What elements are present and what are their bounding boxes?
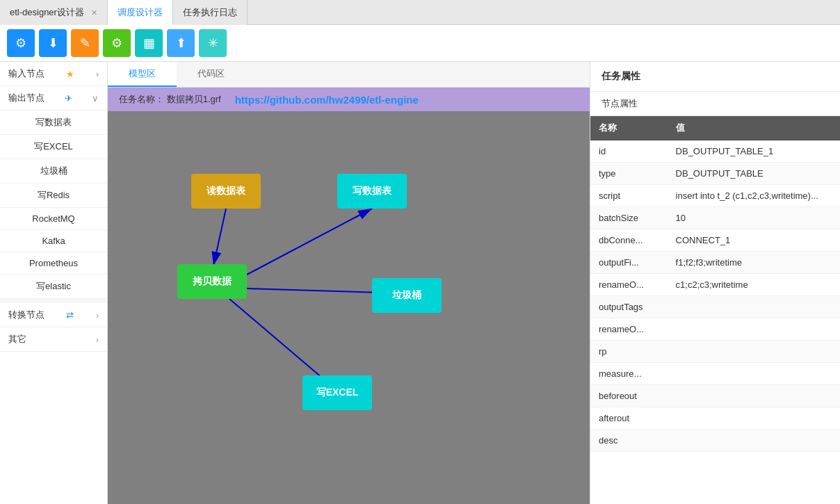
sidebar-item-write-table[interactable]: 写数据表 [0, 111, 107, 135]
transform-section-arrow: › [96, 310, 99, 320]
property-name: renameO... [590, 274, 668, 296]
grid-button[interactable]: ▦ [135, 29, 163, 57]
node-write-excel[interactable]: 写EXCEL [302, 375, 372, 410]
right-panel: 任务属性 节点属性 名称 值 idDB_OUTPUT_TABLE_1typeDB… [590, 62, 840, 504]
tab-task-log[interactable]: 任务执行日志 [173, 0, 248, 25]
property-value [668, 430, 840, 452]
property-value: CONNECT_1 [668, 229, 840, 252]
right-panel-subtitle: 节点属性 [590, 92, 840, 116]
toolbar: ⚙ ⬇ ✎ ⚙ ▦ ⬆ ✳ [0, 25, 840, 62]
property-value [668, 296, 840, 318]
output-section-arrow: ∨ [92, 93, 99, 104]
edit-button[interactable]: ✎ [71, 29, 99, 57]
property-row: outputFi...f1;f2;f3;writetime [590, 252, 840, 274]
property-value: DB_OUTPUT_TABLE [668, 163, 840, 185]
property-name: dbConne... [590, 229, 668, 252]
node-read-table[interactable]: 读数据表 [191, 174, 261, 209]
property-name: rp [590, 341, 668, 363]
other-section-arrow: › [96, 334, 99, 345]
property-row: beforeout [590, 385, 840, 407]
output-section-icon: ✈ [65, 93, 72, 104]
property-row: dbConne...CONNECT_1 [590, 229, 840, 252]
output-section-label: 输出节点 [8, 92, 45, 104]
canvas-tabs: 模型区 代码区 [108, 62, 590, 88]
property-row: renameO...c1;c2;c3;writetime [590, 274, 840, 296]
main-layout: 输入节点 ★ › 输出节点 ✈ ∨ 写数据表 写EXCEL 垃圾桶 写Redis… [0, 62, 840, 504]
property-row: typeDB_OUTPUT_TABLE [590, 163, 840, 185]
input-section-label: 输入节点 [8, 67, 45, 80]
sidebar-item-prometheus[interactable]: Prometheus [0, 252, 107, 275]
property-row: desc [590, 430, 840, 452]
github-link[interactable]: https://github.com/hw2499/etl-engine [235, 94, 419, 106]
prop-col-value: 值 [668, 116, 840, 140]
property-name: type [590, 163, 668, 185]
property-value: DB_OUTPUT_TABLE_1 [668, 140, 840, 163]
property-value: c1;c2;c3;writetime [668, 274, 840, 296]
property-value [668, 385, 840, 407]
node-trash[interactable]: 垃圾桶 [372, 278, 442, 313]
node-copy-data[interactable]: 拷贝数据 [177, 264, 247, 299]
property-row: measure... [590, 363, 840, 385]
other-section-header[interactable]: 其它 › [0, 327, 107, 352]
property-row: rp [590, 341, 840, 363]
canvas-tab-model[interactable]: 模型区 [108, 62, 177, 87]
svg-line-2 [247, 209, 372, 275]
node-write-table[interactable]: 写数据表 [337, 174, 407, 209]
tab-close-icon[interactable]: ✕ [91, 8, 97, 17]
properties-table: 名称 值 idDB_OUTPUT_TABLE_1typeDB_OUTPUT_TA… [590, 116, 840, 452]
canvas-arrows [108, 111, 590, 504]
canvas-header: 任务名称： 数据拷贝1.grf https://github.com/hw249… [108, 88, 590, 111]
property-value: insert into t_2 (c1,c2,c3,writetime)... [668, 185, 840, 207]
input-section-arrow: › [96, 69, 99, 79]
property-value: f1;f2;f3;writetime [668, 252, 840, 274]
input-section-star: ★ [66, 69, 74, 79]
svg-line-1 [213, 209, 226, 266]
sidebar-item-kafka[interactable]: Kafka [0, 230, 107, 252]
property-name: desc [590, 430, 668, 452]
property-name: outputFi... [590, 252, 668, 274]
canvas-tab-code[interactable]: 代码区 [177, 62, 245, 87]
canvas-body[interactable]: 读数据表 拷贝数据 写数据表 垃圾桶 写EXCEL [108, 111, 590, 504]
transform-icon: ⇄ [66, 310, 74, 320]
property-row: batchSize10 [590, 207, 840, 229]
property-row: renameO... [590, 318, 840, 341]
property-value [668, 341, 840, 363]
settings-button[interactable]: ⚙ [7, 29, 35, 57]
property-row: outputTags [590, 296, 840, 318]
download-button[interactable]: ⬇ [39, 29, 67, 57]
property-row: idDB_OUTPUT_TABLE_1 [590, 140, 840, 163]
sidebar-item-elastic[interactable]: 写elastic [0, 275, 107, 299]
property-row: afterout [590, 407, 840, 430]
task-name-label: 任务名称： 数据拷贝1.grf [119, 93, 221, 106]
property-row: scriptinsert into t_2 (c1,c2,c3,writetim… [590, 185, 840, 207]
property-value [668, 318, 840, 341]
tab-bar: etl-designer设计器 ✕ 调度设计器 任务执行日志 [0, 0, 840, 25]
property-value [668, 407, 840, 430]
sidebar-item-trash[interactable]: 垃圾桶 [0, 159, 107, 184]
canvas-area: 模型区 代码区 任务名称： 数据拷贝1.grf https://github.c… [108, 62, 590, 504]
right-panel-title: 任务属性 [590, 62, 840, 92]
tab-etl-designer[interactable]: etl-designer设计器 ✕ [0, 0, 108, 25]
upload-button[interactable]: ⬆ [167, 29, 195, 57]
sidebar-item-redis[interactable]: 写Redis [0, 184, 107, 208]
property-value: 10 [668, 207, 840, 229]
property-name: beforeout [590, 385, 668, 407]
property-name: measure... [590, 363, 668, 385]
input-section-header[interactable]: 输入节点 ★ › [0, 62, 107, 86]
tab-schedule-designer[interactable]: 调度设计器 [108, 0, 173, 25]
misc-button[interactable]: ✳ [199, 29, 227, 57]
run-button[interactable]: ⚙ [103, 29, 131, 57]
transform-section-header[interactable]: 转换节点 ⇄ › [0, 303, 107, 327]
property-name: afterout [590, 407, 668, 430]
property-name: renameO... [590, 318, 668, 341]
output-section-header[interactable]: 输出节点 ✈ ∨ [0, 86, 107, 111]
transform-section-label: 转换节点 [8, 309, 45, 321]
property-name: script [590, 185, 668, 207]
sidebar-item-write-excel[interactable]: 写EXCEL [0, 135, 107, 159]
property-name: batchSize [590, 207, 668, 229]
sidebar-item-rocketmq[interactable]: RocketMQ [0, 208, 107, 230]
other-section-label: 其它 [8, 333, 26, 346]
sidebar: 输入节点 ★ › 输出节点 ✈ ∨ 写数据表 写EXCEL 垃圾桶 写Redis… [0, 62, 108, 504]
property-name: id [590, 140, 668, 163]
property-value [668, 363, 840, 385]
